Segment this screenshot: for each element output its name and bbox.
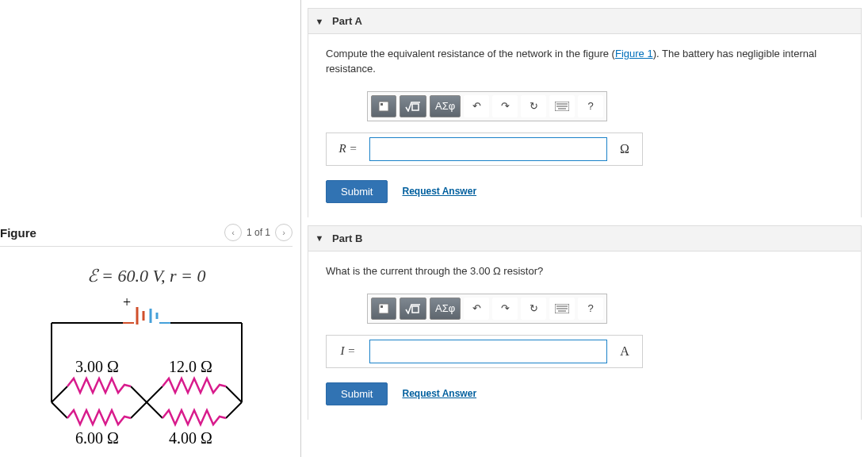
undo-button[interactable]: ↶ <box>464 298 489 320</box>
part-a-variable: R = <box>327 142 369 156</box>
svg-line-11 <box>52 386 67 402</box>
figure-title: Figure <box>0 226 36 240</box>
radicals-button[interactable] <box>400 298 426 320</box>
help-button[interactable]: ? <box>578 298 603 320</box>
part-a-answer-input[interactable] <box>369 137 607 161</box>
svg-rect-20 <box>380 103 383 106</box>
circuit-svg: + <box>28 291 266 457</box>
part-b-prompt: What is the current through the 3.00 Ω r… <box>326 264 843 279</box>
svg-text:+: + <box>123 294 131 310</box>
redo-button[interactable]: ↷ <box>492 95 518 117</box>
svg-rect-28 <box>412 306 419 313</box>
greek-button[interactable]: ΑΣφ <box>430 95 461 117</box>
reset-button[interactable]: ↻ <box>521 298 546 320</box>
part-a-title: Part A <box>332 15 362 27</box>
part-b-request-answer[interactable]: Request Answer <box>402 388 476 399</box>
svg-line-18 <box>226 402 242 418</box>
resistor-r1-label: 3.00 Ω <box>75 358 119 375</box>
part-a-collapser[interactable]: ▼ <box>315 17 324 26</box>
svg-line-13 <box>131 386 147 402</box>
figure-emf-label: ℰ = 60.0 V, r = 0 <box>28 266 266 286</box>
part-b-title: Part B <box>332 232 362 244</box>
svg-rect-19 <box>379 102 388 111</box>
figure-prev-button[interactable]: ‹ <box>224 224 242 241</box>
part-b: ▼ Part B What is the current through the… <box>308 225 862 420</box>
keyboard-button[interactable] <box>549 95 575 117</box>
answer-toolbar-b: ΑΣφ ↶ ↷ ↻ ? <box>367 294 607 324</box>
radicals-button[interactable] <box>400 95 426 117</box>
svg-line-12 <box>52 402 67 418</box>
figure-link[interactable]: Figure 1 <box>615 48 653 60</box>
part-a-submit-button[interactable]: Submit <box>326 180 388 203</box>
resistor-r3-label: 6.00 Ω <box>75 429 119 447</box>
part-a-unit: Ω <box>607 142 642 156</box>
svg-rect-26 <box>379 304 388 313</box>
resistor-r2-label: 12.0 Ω <box>169 358 212 375</box>
part-b-answer-input[interactable] <box>369 340 607 363</box>
help-button[interactable]: ? <box>578 95 603 117</box>
greek-button[interactable]: ΑΣφ <box>430 298 461 320</box>
svg-rect-27 <box>380 305 383 308</box>
part-b-submit-button[interactable]: Submit <box>326 382 388 405</box>
part-a-prompt: Compute the equivalent resistance of the… <box>326 47 843 77</box>
templates-button[interactable] <box>371 95 396 117</box>
reset-button[interactable]: ↻ <box>521 95 546 117</box>
svg-line-16 <box>147 402 163 418</box>
circuit-figure: ℰ = 60.0 V, r = 0 + <box>28 266 266 457</box>
svg-line-15 <box>147 386 163 402</box>
part-a-request-answer[interactable]: Request Answer <box>402 186 476 197</box>
part-b-unit: A <box>607 344 642 359</box>
figure-pager: ‹ 1 of 1 › <box>224 224 293 241</box>
figure-next-button[interactable]: › <box>275 224 293 241</box>
part-b-collapser[interactable]: ▼ <box>315 233 324 243</box>
svg-line-14 <box>131 402 147 418</box>
part-a: ▼ Part A Compute the equivalent resistan… <box>308 8 862 217</box>
answer-toolbar-a: ΑΣφ ↶ ↷ ↻ ? <box>367 91 607 121</box>
svg-line-17 <box>226 386 242 402</box>
redo-button[interactable]: ↷ <box>492 298 518 320</box>
resistor-r4-label: 4.00 Ω <box>169 429 212 447</box>
figure-pager-label: 1 of 1 <box>247 227 270 238</box>
undo-button[interactable]: ↶ <box>464 95 489 117</box>
templates-button[interactable] <box>371 298 396 320</box>
svg-rect-21 <box>412 104 419 110</box>
keyboard-button[interactable] <box>549 298 575 320</box>
part-b-variable: I = <box>327 344 369 358</box>
